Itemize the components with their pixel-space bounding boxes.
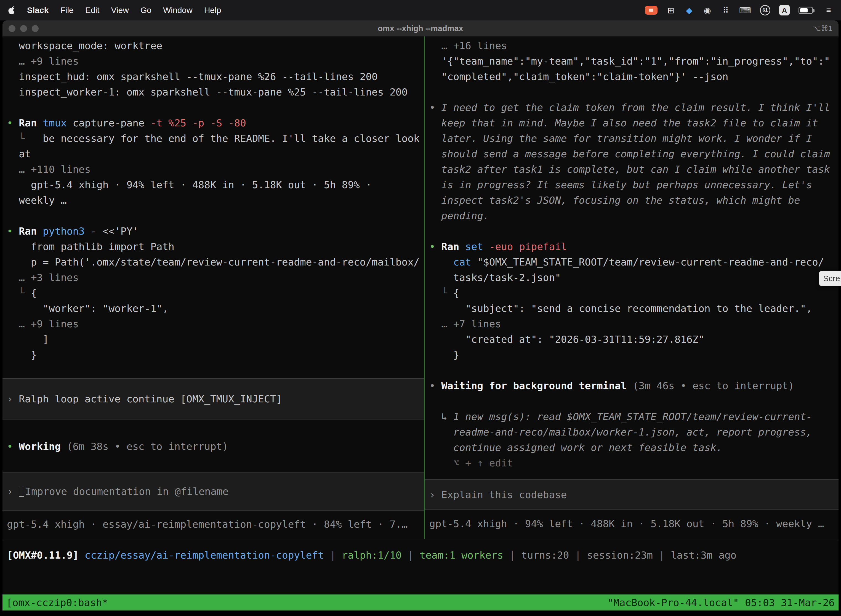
- screen-recording-icon[interactable]: [645, 6, 658, 15]
- tmux-host-clock-label: "MacBook-Pro-44.local" 05:03 31-Mar-26: [607, 597, 835, 608]
- right-input-box[interactable]: › Explain this codebase: [425, 479, 838, 510]
- battery-gauge-icon[interactable]: 61: [760, 5, 771, 15]
- terminal-line: [429, 363, 838, 378]
- apple-menu-icon[interactable]: [8, 6, 15, 15]
- terminal-line: … +16 lines: [429, 38, 838, 54]
- terminal-line: • Ran set -euo pipefail: [429, 239, 838, 254]
- terminal-line: … +9 lines: [7, 54, 424, 69]
- close-button[interactable]: [9, 25, 15, 32]
- terminal-line: weekly …: [7, 193, 424, 208]
- terminal-line: • Ran python3 - <<'PY': [7, 224, 424, 239]
- terminal-line: p = Path('.omx/state/team/review-current…: [7, 254, 424, 270]
- menu-status-icons: ⊞◆◉⠿⌨61A≡: [645, 4, 833, 16]
- terminal-line: [7, 363, 424, 378]
- terminal-line: … +9 lines: [7, 316, 424, 332]
- terminal-line: └ be necessary for the end of the README…: [7, 131, 424, 146]
- terminal-line: keep that in mind. Maybe I also need the…: [429, 115, 838, 131]
- menu-item-edit[interactable]: Edit: [85, 6, 100, 15]
- menu-item-help[interactable]: Help: [204, 6, 221, 15]
- left-pane-body: workspace_mode: worktree … +9 lines insp…: [7, 38, 424, 532]
- tmux-status-bar: [omx-cczip0:bash* "MacBook-Pro-44.local"…: [3, 594, 838, 610]
- terminal-line: later. Using the same for transition mig…: [429, 131, 838, 146]
- terminal-line: tasks/task-2.json": [429, 270, 838, 285]
- terminal-line: ↳ 1 new msg(s): read $OMX_TEAM_STATE_ROO…: [429, 409, 838, 424]
- terminal-line: }: [429, 347, 838, 363]
- terminal-line: workspace_mode: worktree: [7, 38, 424, 54]
- terminal-line: from pathlib import Path: [7, 239, 424, 254]
- terminal-line: • Ran tmux capture-pane -t %25 -p -S -80: [7, 115, 424, 131]
- terminal-line: [429, 84, 838, 100]
- waiting-status: • Waiting for background terminal (3m 46…: [429, 378, 838, 393]
- terminal-window: omx --xhigh --madmax ⌥⌘1 workspace_mode:…: [3, 21, 838, 616]
- traffic-lights: [9, 21, 39, 37]
- terminal-content: workspace_mode: worktree … +9 lines insp…: [3, 37, 838, 616]
- terminal-line: should send a message before completing …: [429, 146, 838, 162]
- terminal-line: ]: [7, 332, 424, 347]
- terminal-line: └ {: [7, 285, 424, 301]
- menu-item-go[interactable]: Go: [141, 6, 151, 15]
- terminal-line: is in progress? It seems likely but perh…: [429, 177, 838, 193]
- terminal-line: "worker": "worker-1",: [7, 301, 424, 316]
- text-cursor: [19, 486, 24, 497]
- menu-item-window[interactable]: Window: [163, 6, 193, 15]
- screen-notification[interactable]: Scre: [819, 271, 841, 286]
- window-title: omx --xhigh --madmax: [378, 24, 463, 33]
- terminal-line: readme-and-reco/mailbox/worker-1.json, a…: [429, 424, 838, 440]
- terminal-line: continue assigned work or next feasible …: [429, 440, 838, 455]
- terminal-line: gpt-5.4 xhigh · 94% left · 488K in · 5.1…: [7, 177, 424, 193]
- status-lines-icon[interactable]: ≡: [824, 4, 833, 16]
- tmux-session-label: [omx-cczip0:bash*: [6, 597, 108, 608]
- right-pane-body: … +16 lines '{"team_name":"my-team","tas…: [429, 38, 838, 532]
- tmux-panes: workspace_mode: worktree … +9 lines insp…: [3, 37, 838, 539]
- menu-bar: Slack File Edit View Go Window Help ⊞◆◉⠿…: [0, 0, 841, 21]
- terminal-line: "created_at": "2026-03-31T11:59:27.816Z": [429, 332, 838, 347]
- terminal-line: '{"team_name":"my-team","task_id":"1","f…: [429, 54, 838, 69]
- terminal-line: inspect_hud: omx sparkshell --tmux-pane …: [7, 69, 424, 84]
- window-title-bar[interactable]: omx --xhigh --madmax ⌥⌘1: [3, 21, 838, 37]
- blue-app-icon[interactable]: ◆: [684, 4, 694, 16]
- terminal-line: "completed","claim_token":"claim-token"}…: [429, 69, 838, 84]
- terminal-line: └ {: [429, 285, 838, 301]
- omx-status-line: [OMX#0.11.9] cczip/essay/ai-reimplementa…: [3, 539, 838, 563]
- terminal-line: • I need to get the claim token from the…: [429, 100, 838, 115]
- terminal-line: [7, 100, 424, 115]
- dots-grid-icon[interactable]: ⠿: [721, 4, 730, 16]
- terminal-line: }: [7, 347, 424, 363]
- window-shortcut-hint: ⌥⌘1: [812, 24, 832, 33]
- terminal-line: … +110 lines: [7, 162, 424, 177]
- ralph-loop-notice: › Ralph loop active continue [OMX_TMUX_I…: [3, 378, 424, 419]
- minimize-button[interactable]: [20, 25, 27, 32]
- window-grid-icon[interactable]: ⊞: [666, 4, 676, 16]
- terminal-line: cat "$OMX_TEAM_STATE_ROOT/team/review-cu…: [429, 254, 838, 270]
- active-app-name[interactable]: Slack: [27, 6, 48, 15]
- menu-item-view[interactable]: View: [111, 6, 129, 15]
- terminal-line: at: [7, 146, 424, 162]
- terminal-line: [7, 208, 424, 224]
- terminal-line: … +7 lines: [429, 316, 838, 332]
- menu-item-file[interactable]: File: [60, 6, 73, 15]
- left-pane-footer: gpt-5.4 xhigh · essay/ai-reimplementatio…: [7, 517, 424, 532]
- working-status: • Working (6m 38s • esc to interrupt): [7, 439, 424, 454]
- input-source-icon[interactable]: A: [779, 5, 790, 15]
- right-pane-footer: gpt-5.4 xhigh · 94% left · 488K in · 5.1…: [429, 516, 838, 532]
- zoom-button[interactable]: [32, 25, 39, 32]
- left-input-box[interactable]: › Improve documentation in @filename: [3, 472, 424, 510]
- tmux-pane-left[interactable]: workspace_mode: worktree … +9 lines insp…: [3, 37, 424, 539]
- keyboard-icon[interactable]: ⌨: [739, 4, 751, 16]
- dark-app-icon[interactable]: ◉: [703, 4, 712, 16]
- terminal-line: inspect_worker-1: omx sparkshell --tmux-…: [7, 84, 424, 100]
- terminal-line: pending.: [429, 208, 838, 224]
- terminal-line: … +3 lines: [7, 270, 424, 285]
- battery-icon[interactable]: [799, 7, 813, 14]
- terminal-line: [429, 393, 838, 409]
- terminal-line: ⌥ + ↑ edit: [429, 455, 838, 471]
- terminal-line: "subject": "send a concise recommendatio…: [429, 301, 838, 316]
- terminal-line: [429, 224, 838, 239]
- terminal-line: task2 after task1 is complete, but can I…: [429, 162, 838, 177]
- tmux-pane-right[interactable]: … +16 lines '{"team_name":"my-team","tas…: [425, 37, 838, 539]
- bottom-gap: [3, 610, 838, 616]
- terminal-line: inspect task2's JSON, focusing on the st…: [429, 193, 838, 208]
